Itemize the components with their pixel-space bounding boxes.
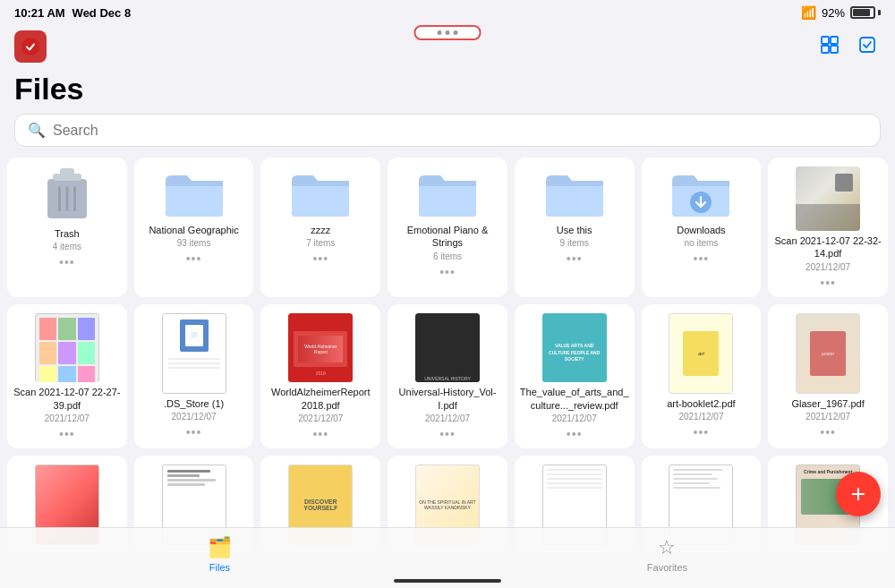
status-time: 10:21 AM Wed Dec 8 [14,6,131,20]
svg-rect-11 [73,186,76,211]
grid-item-universal-history[interactable]: UNIVERSAL HISTORY VOL I Universal-Histor… [388,304,507,448]
svg-rect-9 [58,186,61,211]
dot1 [438,30,442,35]
select-button[interactable] [854,31,881,63]
item-menu-art-booklet[interactable]: ••• [694,425,710,439]
item-name-emotional-piano: Emotional Piano & Strings [393,224,502,250]
files-tab-icon: 🗂️ [208,536,232,559]
time: 10:21 AM [14,6,65,20]
grid-item-trash[interactable]: Trash 4 items ••• [7,158,127,297]
grid-item-glaser[interactable]: poster Glaser_1967.pdf 2021/12/07 ••• [768,304,888,448]
add-fab-button[interactable]: + [836,472,881,516]
glaser-cover: poster [796,313,860,394]
page-header: Files [0,68,895,114]
battery-icon [850,6,881,19]
svg-rect-2 [831,37,838,44]
favorites-tab-icon: ☆ [658,536,676,559]
search-input[interactable] [53,123,867,139]
svg-rect-3 [822,46,829,53]
three-dots-button[interactable] [414,25,482,40]
item-sub-trash: 4 items [53,242,81,251]
item-sub-universal-history: 2021/12/07 [425,413,470,423]
item-name-glaser: Glaser_1967.pdf [791,397,864,410]
status-bar: 10:21 AM Wed Dec 8 📶 92% [0,0,895,25]
svg-rect-10 [65,186,68,211]
grid-item-emotional-piano[interactable]: Emotional Piano & Strings 6 items ••• [388,158,507,297]
item-menu-glaser[interactable]: ••• [820,425,836,439]
dot2 [446,30,450,35]
trash-icon [44,166,90,222]
item-sub-national-geographic: 93 items [177,238,211,248]
item-sub-arts-culture: 2021/12/07 [552,413,597,423]
svg-point-0 [21,38,39,55]
universal-history-cover: UNIVERSAL HISTORY VOL I [415,313,480,383]
wifi-icon: 📶 [801,5,816,20]
app-icon [14,30,47,63]
folder-icon-downloads [669,166,733,218]
folder-icon-emotional-piano [415,166,480,218]
item-name-downloads: Downloads [677,224,725,236]
grid-item-zzzz[interactable]: zzzz 7 items ••• [260,158,380,297]
grid-item-scan-photo[interactable]: Scan 2021-12-07 22-32-14.pdf 2021/12/07 … [768,158,888,297]
item-sub-downloads: no items [685,238,719,248]
scan-screenshot-cover [35,313,99,383]
ds-store-cover: 📄 [162,313,226,394]
item-name-use-this: Use this [557,224,592,236]
item-menu-scan-screenshot[interactable]: ••• [59,427,75,441]
grid-item-worldalzheimer[interactable]: World Alzheimer Report 2018 WorldAlzheim… [260,304,380,448]
item-name-arts-culture: The_value_of_arts_and_culture..._review.… [520,386,629,412]
date: Wed Dec 8 [72,6,132,20]
item-sub-zzzz: 7 items [306,238,335,248]
item-sub-emotional-piano: 6 items [433,251,462,261]
top-right-icons [816,31,881,63]
grid-item-scan-screenshot[interactable]: Scan 2021-12-07 22-27-39.pdf 2021/12/07 … [7,304,127,448]
folder-icon-zzzz [288,166,353,218]
tab-favorites-label: Favorites [647,562,687,573]
svg-rect-8 [60,168,74,175]
folder-icon-use-this [542,166,607,218]
item-sub-scan-screenshot: 2021/12/07 [45,413,90,423]
grid-list-toggle-button[interactable] [816,31,843,63]
dot3 [454,30,458,35]
item-menu-ds-store[interactable]: ••• [186,425,202,439]
grid-item-art-booklet[interactable]: art art-booklet2.pdf 2021/12/07 ••• [642,304,762,448]
grid-item-downloads[interactable]: Downloads no items ••• [642,158,762,297]
item-menu-emotional-piano[interactable]: ••• [439,265,456,279]
grid-item-ds-store[interactable]: 📄 .DS_Store (1) 2021/12/07 ••• [134,304,254,448]
item-menu-universal-history[interactable]: ••• [439,427,456,441]
top-area [0,25,895,68]
grid-item-use-this[interactable]: Use this 9 items ••• [515,158,635,297]
search-bar[interactable]: 🔍 [14,114,881,147]
art-booklet-cover: art [669,313,733,394]
item-sub-worldalzheimer: 2021/12/07 [298,413,343,423]
tab-files[interactable]: 🗂️ Files [208,536,232,573]
tab-favorites[interactable]: ☆ Favorites [647,536,687,573]
item-menu-use-this[interactable]: ••• [567,251,583,266]
item-name-scan-photo: Scan 2021-12-07 22-32-14.pdf [773,234,882,260]
files-grid: Trash 4 items ••• National Geographic 93… [0,158,895,552]
item-sub-art-booklet: 2021/12/07 [678,412,723,422]
item-menu-scan-photo[interactable]: ••• [820,276,836,290]
item-sub-glaser: 2021/12/07 [806,412,850,422]
item-menu-national-geographic[interactable]: ••• [186,251,202,266]
item-name-national-geographic: National Geographic [149,224,238,236]
svg-rect-1 [822,37,829,44]
svg-rect-5 [860,38,874,52]
page-title: Files [14,72,83,107]
home-indicator [394,579,501,583]
worldalzheimer-cover: World Alzheimer Report 2018 [288,313,353,383]
item-menu-trash[interactable]: ••• [59,255,75,269]
status-indicators: 📶 92% [801,5,881,20]
item-name-art-booklet: art-booklet2.pdf [667,397,735,410]
search-icon: 🔍 [28,122,46,139]
grid-item-national-geographic[interactable]: National Geographic 93 items ••• [134,158,254,297]
item-menu-downloads[interactable]: ••• [694,251,710,266]
item-menu-arts-culture[interactable]: ••• [567,427,583,441]
tab-files-label: Files [209,562,230,573]
item-sub-use-this: 9 items [560,238,589,248]
grid-item-arts-culture[interactable]: VALUE ARTS AND CULTURE PEOPLE AND SOCIET… [515,304,635,448]
item-menu-worldalzheimer[interactable]: ••• [312,427,328,441]
folder-icon-national-geographic [162,166,226,218]
item-menu-zzzz[interactable]: ••• [312,251,328,266]
item-name-scan-screenshot: Scan 2021-12-07 22-27-39.pdf [13,386,122,412]
